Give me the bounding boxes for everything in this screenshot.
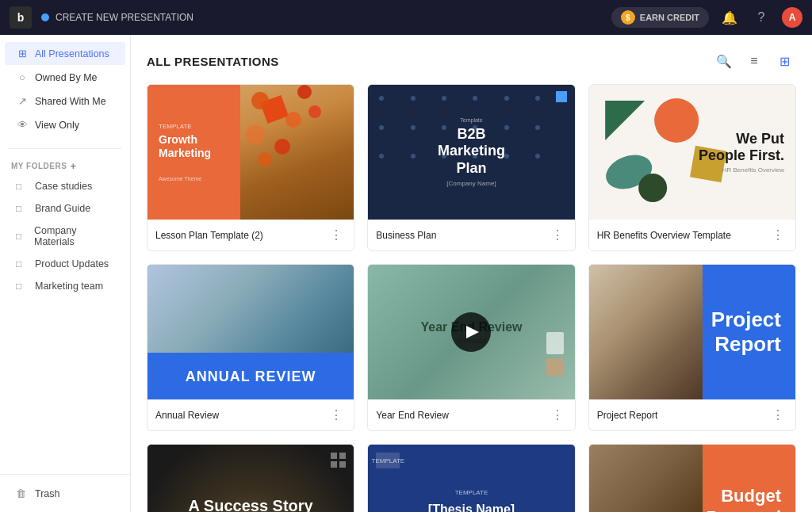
sidebar-folder-company[interactable]: □ Company Materials (5, 220, 125, 252)
user-icon: ○ (16, 71, 29, 83)
thesis-title: [Thesis Name] (428, 502, 515, 512)
thumb-growth: TEMPLATE Growth Marketing Awesome Theme (147, 85, 354, 220)
budget-title: BudgetProposal (707, 486, 781, 512)
card-hr-footer: HR Benefits Overview Template ⋮ (589, 220, 795, 250)
sidebar-item-owned[interactable]: ○ Owned By Me (5, 66, 125, 89)
coin-icon: $ (621, 10, 635, 25)
card-thesis[interactable]: TEMPLATE TEMPLATE [Thesis Name] Name | T… (367, 444, 575, 512)
annual-photo (147, 265, 354, 353)
thesis-logo: TEMPLATE (376, 453, 400, 468)
sidebar-item-shared[interactable]: ↗ Shared With Me (5, 90, 125, 113)
thumb-casestudy: A Success Story This company started fro… (147, 445, 354, 512)
thumb-thesis: TEMPLATE TEMPLATE [Thesis Name] Name | T… (368, 445, 574, 512)
folder-icon: □ (16, 231, 28, 242)
sidebar-folder-brand[interactable]: □ Brand Guide (5, 198, 125, 219)
sidebar-divider (8, 148, 122, 149)
folder-icon: □ (16, 181, 29, 192)
folder-icon: □ (16, 258, 29, 269)
grid-icon: ⊞ (16, 48, 29, 59)
sidebar-item-owned-label: Owned By Me (35, 72, 98, 83)
sidebar-bottom: 🗑 Trash (0, 474, 130, 512)
annual-photo-inner (147, 265, 354, 353)
card-annual-footer: Annual Review ⋮ (147, 399, 354, 430)
card-b2b[interactable]: Template B2BMarketingPlan [Company Name]… (367, 84, 575, 251)
card-b2b-name: Business Plan (376, 230, 436, 241)
main-header: ALL PRESENTATIONS 🔍 ≡ ⊞ (131, 35, 812, 84)
folder-marketing-label: Marketing team (35, 281, 103, 292)
card-casestudy[interactable]: A Success Story This company started fro… (147, 444, 354, 512)
hr-sub: HR Benefits Overview (600, 166, 784, 174)
card-yearend-footer: Year End Review ⋮ (368, 399, 574, 430)
card-yearend-menu[interactable]: ⋮ (548, 406, 567, 424)
card-project[interactable]: ProjectReport Project Report ⋮ (588, 264, 796, 431)
grid-view-button[interactable]: ⊞ (772, 49, 796, 73)
card-annual[interactable]: ANNUAL REVIEW Annual Review ⋮ (147, 264, 354, 431)
card-project-name: Project Report (597, 410, 658, 421)
folders-section-label: MY FOLDERS (11, 162, 67, 170)
trash-label: Trash (35, 488, 60, 499)
presentations-grid: TEMPLATE Growth Marketing Awesome Theme (131, 84, 812, 512)
folder-icon: □ (16, 281, 29, 292)
create-new-button[interactable]: CREATE NEW PRESENTATION (41, 12, 193, 23)
budget-photo-inner (589, 445, 703, 512)
card-growth[interactable]: TEMPLATE Growth Marketing Awesome Theme (147, 84, 354, 251)
grid-container: TEMPLATE Growth Marketing Awesome Theme (147, 84, 796, 512)
main-actions: 🔍 ≡ ⊞ (712, 49, 796, 73)
growth-sub: Awesome Theme (159, 176, 239, 181)
folder-icon: □ (16, 203, 29, 214)
sidebar-folder-product[interactable]: □ Product Updates (5, 254, 125, 274)
b2b-title: B2BMarketingPlan (438, 126, 505, 178)
user-avatar[interactable]: A (782, 7, 802, 28)
sidebar-trash[interactable]: 🗑 Trash (5, 482, 125, 505)
earn-credit-button[interactable]: $ EARN CREDIT (611, 7, 709, 28)
folder-case-label: Case studies (35, 181, 92, 192)
sidebar: ⊞ All Presentations ○ Owned By Me ↗ Shar… (0, 35, 131, 512)
help-button[interactable]: ? (750, 6, 772, 29)
card-project-menu[interactable]: ⋮ (768, 406, 787, 424)
b2b-label: Template (438, 117, 505, 123)
app-logo[interactable]: b (10, 6, 32, 29)
sidebar-item-all-label: All Presentations (35, 48, 109, 59)
thesis-content: TEMPLATE [Thesis Name] Name | Title (428, 489, 515, 512)
sidebar-item-all[interactable]: ⊞ All Presentations (5, 42, 125, 65)
card-project-footer: Project Report ⋮ (589, 399, 795, 430)
sidebar-folder-case[interactable]: □ Case studies (5, 176, 125, 197)
b2b-sub: [Company Name] (438, 180, 505, 187)
card-growth-menu[interactable]: ⋮ (327, 226, 346, 244)
play-button-icon (451, 312, 491, 352)
card-hr-menu[interactable]: ⋮ (768, 226, 787, 244)
card-b2b-menu[interactable]: ⋮ (548, 226, 567, 244)
create-label: CREATE NEW PRESENTATION (56, 12, 193, 23)
card-yearend[interactable]: Year End Review 2019/2020 Year End Revie… (367, 264, 575, 431)
sidebar-item-viewonly-label: View Only (35, 120, 79, 131)
growth-label: TEMPLATE (159, 123, 239, 130)
card-budget[interactable]: BudgetProposal Q1 2021 Product Proposal … (588, 444, 796, 512)
notifications-button[interactable]: 🔔 (718, 6, 741, 29)
sidebar-item-viewonly[interactable]: 👁 View Only (5, 113, 125, 136)
thumb-annual: ANNUAL REVIEW (147, 265, 354, 399)
card-growth-footer: Lesson Plan Template (2) ⋮ (147, 220, 354, 250)
main-content: ALL PRESENTATIONS 🔍 ≡ ⊞ TEMPLATE Growth … (131, 35, 812, 512)
casestudy-title: A Success Story (180, 497, 322, 512)
main-layout: ⊞ All Presentations ○ Owned By Me ↗ Shar… (0, 35, 812, 512)
thumb-project: ProjectReport (589, 265, 795, 399)
filter-button[interactable]: ≡ (742, 49, 766, 73)
b2b-content: Template B2BMarketingPlan [Company Name] (438, 117, 505, 188)
card-b2b-footer: Business Plan ⋮ (368, 220, 574, 250)
project-photo-inner (589, 265, 703, 399)
add-folder-button[interactable]: + (70, 160, 76, 172)
topbar: b CREATE NEW PRESENTATION $ EARN CREDIT … (0, 0, 812, 35)
card-hr[interactable]: We PutPeople First. HR Benefits Overview… (588, 84, 796, 251)
search-button[interactable]: 🔍 (712, 49, 736, 73)
flower-photo (240, 85, 354, 220)
budget-photo (589, 445, 703, 512)
card-annual-menu[interactable]: ⋮ (327, 406, 346, 424)
growth-title: Growth Marketing (159, 133, 239, 160)
growth-overlay: TEMPLATE Growth Marketing Awesome Theme (147, 85, 251, 220)
project-content: ProjectReport (711, 308, 781, 357)
budget-content: BudgetProposal Q1 2021 (707, 486, 781, 512)
eye-icon: 👁 (16, 119, 29, 131)
sidebar-item-shared-label: Shared With Me (35, 96, 106, 107)
hr-title: We PutPeople First. (600, 131, 784, 163)
sidebar-folder-marketing[interactable]: □ Marketing team (5, 276, 125, 296)
